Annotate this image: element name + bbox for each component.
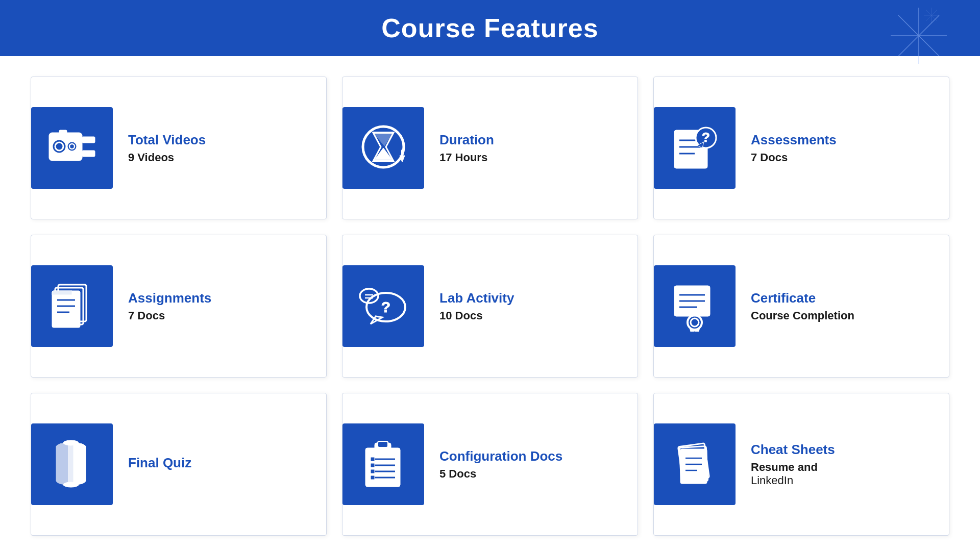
lab-activity-text: Lab Activity 10 Docs bbox=[439, 290, 514, 322]
cheat-sheets-subtitle: Resume and bbox=[751, 461, 835, 474]
certificate-text: Certificate Course Completion bbox=[751, 290, 854, 322]
total-videos-subtitle: 9 Videos bbox=[128, 151, 206, 164]
card-final-quiz: Final Quiz bbox=[31, 393, 327, 536]
star-decoration-icon bbox=[888, 5, 949, 66]
svg-point-12 bbox=[69, 144, 75, 149]
assessments-subtitle: 7 Docs bbox=[751, 151, 837, 164]
svg-point-10 bbox=[55, 142, 63, 151]
svg-rect-15 bbox=[59, 130, 67, 134]
card-assignments: Assignments 7 Docs bbox=[31, 235, 327, 378]
total-videos-title: Total Videos bbox=[128, 132, 206, 148]
lab-activity-subtitle: 10 Docs bbox=[439, 309, 514, 322]
assignments-icon-box bbox=[31, 265, 113, 347]
cheat-sheets-title: Cheat Sheets bbox=[751, 442, 835, 458]
lab-activity-title: Lab Activity bbox=[439, 290, 514, 306]
book-icon bbox=[49, 439, 95, 490]
cheat-sheets-text: Cheat Sheets Resume and LinkedIn bbox=[751, 442, 835, 487]
card-lab-activity: ? Lab Activity 10 Docs bbox=[342, 235, 638, 378]
svg-text:?: ? bbox=[381, 298, 390, 315]
clipboard-icon bbox=[360, 439, 406, 490]
assessments-title: Assessments bbox=[751, 132, 837, 148]
duration-text: Duration 17 Hours bbox=[439, 132, 494, 164]
card-duration: Duration 17 Hours bbox=[342, 77, 638, 219]
configuration-docs-icon-box bbox=[342, 423, 424, 505]
duration-title: Duration bbox=[439, 132, 494, 148]
timer-icon bbox=[358, 122, 409, 173]
certificate-icon-box bbox=[654, 265, 736, 347]
assessments-icon-box: ? bbox=[654, 107, 736, 189]
svg-rect-64 bbox=[371, 475, 375, 480]
sheets-icon bbox=[669, 439, 720, 490]
duration-icon-box bbox=[342, 107, 424, 189]
svg-rect-56 bbox=[378, 441, 388, 447]
final-quiz-icon-box bbox=[31, 423, 113, 505]
video-icon bbox=[46, 128, 97, 168]
svg-rect-14 bbox=[82, 151, 95, 157]
cheat-sheets-subtitle2: LinkedIn bbox=[751, 474, 835, 487]
svg-point-52 bbox=[63, 440, 79, 445]
card-cheat-sheets: Cheat Sheets Resume and LinkedIn bbox=[653, 393, 949, 536]
svg-rect-61 bbox=[371, 457, 375, 461]
duration-subtitle: 17 Hours bbox=[439, 151, 494, 164]
assessments-text: Assessments 7 Docs bbox=[751, 132, 837, 164]
svg-point-48 bbox=[691, 318, 699, 327]
assessment-icon: ? bbox=[669, 122, 720, 173]
configuration-docs-title: Configuration Docs bbox=[439, 448, 562, 464]
svg-point-53 bbox=[63, 482, 79, 487]
final-quiz-title: Final Quiz bbox=[128, 455, 191, 471]
assignment-icon bbox=[49, 281, 95, 332]
svg-rect-62 bbox=[371, 463, 375, 467]
svg-rect-63 bbox=[371, 469, 375, 473]
features-grid: Total Videos 9 Videos Durat bbox=[0, 56, 980, 551]
page-title: Course Features bbox=[381, 13, 598, 43]
lab-icon: ? bbox=[358, 281, 409, 332]
card-configuration-docs: Configuration Docs 5 Docs bbox=[342, 393, 638, 536]
final-quiz-text: Final Quiz bbox=[128, 455, 191, 474]
certificate-icon bbox=[669, 281, 720, 332]
assignments-title: Assignments bbox=[128, 290, 211, 306]
svg-rect-67 bbox=[680, 449, 707, 484]
configuration-docs-text: Configuration Docs 5 Docs bbox=[439, 448, 562, 481]
card-certificate: Certificate Course Completion bbox=[653, 235, 949, 378]
video-icon-box bbox=[31, 107, 113, 189]
assignments-subtitle: 7 Docs bbox=[128, 309, 211, 322]
page-header: Course Features bbox=[0, 0, 980, 56]
total-videos-text: Total Videos 9 Videos bbox=[128, 132, 206, 164]
certificate-subtitle: Course Completion bbox=[751, 309, 854, 322]
assignments-text: Assignments 7 Docs bbox=[128, 290, 211, 322]
lab-icon-box: ? bbox=[342, 265, 424, 347]
configuration-docs-subtitle: 5 Docs bbox=[439, 467, 562, 481]
card-assessments: ? Assessments 7 Docs bbox=[653, 77, 949, 219]
cheat-sheets-icon-box bbox=[654, 423, 736, 505]
svg-rect-33 bbox=[52, 291, 80, 328]
svg-rect-13 bbox=[82, 137, 95, 143]
svg-rect-51 bbox=[68, 443, 74, 485]
card-total-videos: Total Videos 9 Videos bbox=[31, 77, 327, 219]
certificate-title: Certificate bbox=[751, 290, 854, 306]
